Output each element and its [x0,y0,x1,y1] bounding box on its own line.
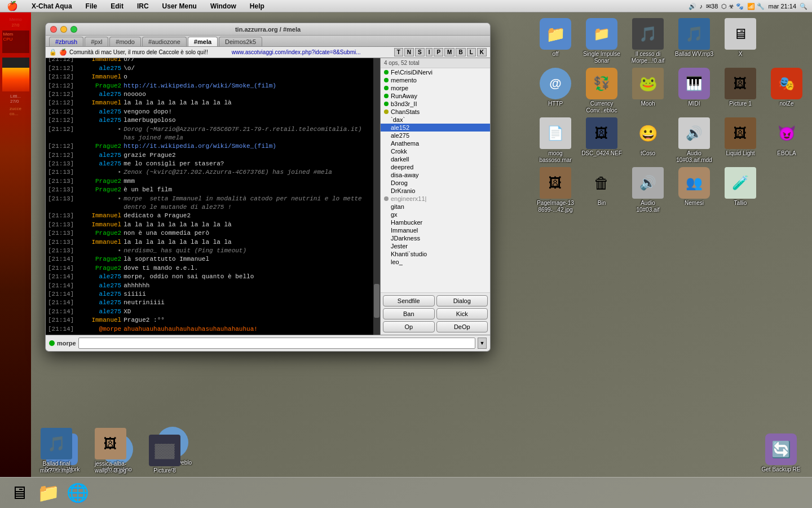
nick-list-item[interactable]: darkell [381,155,490,163]
chat-time: [21:13] [48,168,74,177]
input-dropdown-button[interactable]: ▼ [478,338,487,349]
menu-xchat[interactable]: X-Chat Aqua [29,2,74,10]
desktop-icon-http[interactable]: @ HTTP [533,67,578,115]
desktop-icon-ballad-final[interactable]: 🎵 Ballad finalmix?-...r.mp3 [34,427,79,475]
nick-list-item[interactable]: Crokk [381,147,490,155]
desktop-icon-off[interactable]: 📁 off [533,17,578,65]
menu-edit[interactable]: Edit [108,2,126,10]
menu-window[interactable]: Window [208,2,239,10]
nick-list-item[interactable]: memento [381,76,490,84]
desktop-icon-jessica[interactable]: 🖼 jessica-alba-wallp...-3.jpg [88,427,133,475]
maximize-button[interactable] [70,26,77,33]
btn-I[interactable]: I [426,48,433,56]
ban-button[interactable]: Ban [383,308,435,319]
tab-audiozone[interactable]: #audiozone [142,37,187,46]
desktop-icon-pageimage[interactable]: 🖼 PageImage-138699-...42.jpg [533,166,578,214]
desktop-icon-picture8[interactable]: ▓▓ Picture 8 [142,433,187,475]
nick-list-item[interactable]: b3nd3r_II [381,100,490,108]
btn-B[interactable]: B [456,48,465,56]
scroll-thumb[interactable] [374,284,379,318]
desktop-icon-dsc0424[interactable]: 🖼 DSC_0424.NEF [579,116,624,165]
desktop-icon-ebola[interactable]: 😈 EBOLA [764,116,809,165]
menubar-search-icon[interactable]: 🔍 [800,3,807,10]
deop-button[interactable]: DeOp [436,321,488,332]
desktop-icon-get-backup[interactable]: 🔄 Get Backup RE [758,432,804,474]
btn-K[interactable]: K [477,48,487,56]
desktop-icon-X[interactable]: 🖥 X [718,17,763,65]
dialog-button[interactable]: Dialog [436,295,488,306]
desktop-icon-moog-bassoso[interactable]: 📄 moogbassoso.mar [533,116,578,165]
sendfile-button[interactable]: Sendfile [383,295,435,306]
tab-deimos[interactable]: Deimos2k5 [219,37,262,46]
nick-list-item[interactable]: ale152 [381,124,490,132]
dock-item-1[interactable]: 🖥 [6,479,33,506]
desktop-icon-tallio[interactable]: 🧪 Tallio [718,166,763,214]
desktop-icon-nemesi[interactable]: 👥 Nemesi [672,166,717,214]
desktop-icon-mooh[interactable]: 🐸 Mooh [625,67,670,115]
chat-message: è un bel film [123,186,371,194]
desktop-icon-tcoso[interactable]: 😀 tCoso [625,116,670,165]
btn-M[interactable]: M [444,48,454,56]
op-button[interactable]: Op [383,321,435,332]
nick-list-item[interactable]: deepred [381,163,490,171]
nick-list-item[interactable]: Dorog [381,179,490,187]
minimize-button[interactable] [60,26,67,33]
btn-S[interactable]: S [415,48,425,56]
nick-list-item[interactable]: gx [381,211,490,218]
nick-list-item[interactable]: Hambucker [381,218,490,226]
menu-file[interactable]: File [83,2,100,10]
menu-irc[interactable]: IRC [135,2,151,10]
btn-P[interactable]: P [434,48,443,56]
nick-list-item[interactable]: gitan [381,203,490,211]
tab-zbrush[interactable]: #zbrush [49,37,83,46]
nick-list-item[interactable]: Immanuel [381,226,490,234]
desktop-icon-picture1[interactable]: 🖼 Picture 1 [718,67,763,115]
menu-help[interactable]: Help [248,2,267,10]
desktop-icon-midi[interactable]: 🎹 MIDI [672,67,717,115]
menu-usermenu[interactable]: User Menu [160,2,199,10]
apple-menu[interactable]: 🍎 [5,1,20,11]
desktop-icon-audio1003aif[interactable]: 🔊 Audio10#03.aif [625,166,670,214]
chat-nick: Prague2 [76,186,121,194]
nick-list-item[interactable]: DrKranio [381,187,490,195]
chat-area[interactable]: [21:12]ale275o/[21:12]Immanuelo//[21:12]… [46,58,373,335]
nick-status-dot [384,149,389,154]
desktop-icon-cesso[interactable]: 🎵 Il cesso diMorpe...!0.aif [625,17,670,65]
desktop-icon-audio1003mdd[interactable]: 🔊 Audio10#03.aif.mdd [672,116,717,165]
chat-scrollbar[interactable] [373,58,380,335]
kick-button[interactable]: Kick [436,308,488,319]
nick-list-item[interactable]: Khanti`studio [381,250,490,258]
tab-pxl[interactable]: #pxl [85,37,108,46]
tab-mela[interactable]: #mela [188,37,218,46]
nick-list-item[interactable]: Jester [381,242,490,250]
chat-nick: Immanuel [76,212,121,220]
nick-list-item[interactable]: Fe\CrisiDiNervi [381,68,490,76]
chat-message: non è una commedia però [123,229,371,238]
desktop-icon-noize[interactable]: 🎭 noiZe [764,67,809,115]
nick-list-item[interactable]: Anathema [381,139,490,147]
desktop-icon-currency[interactable]: 💱 CurrencyConv...ebloc [579,67,624,115]
desktop-icon-ballad-wv[interactable]: 🎵 Ballad WV.mp3 [672,17,717,65]
close-button[interactable] [50,26,57,33]
nick-list-item[interactable]: RunAway [381,92,490,100]
desktop-icon-single-impulse[interactable]: 📁 Single ImpulseSonar [579,17,624,65]
dock-item-3[interactable]: 🌐 [64,479,91,506]
nick-list-item[interactable]: disa-away [381,171,490,179]
desktop-icon-liquid-light[interactable]: 🖼 Liquid Light [718,116,763,165]
nick-list-item[interactable]: engineerx11| [381,195,490,203]
nick-list-item[interactable]: `dax` [381,116,490,124]
nick-list-item[interactable]: morpe [381,84,490,92]
nick-list-item[interactable]: leo_ [381,258,490,266]
nick-list-item[interactable]: ale275 [381,132,490,139]
btn-L[interactable]: L [467,48,476,56]
chat-nick: ale275 [76,308,121,316]
nick-list[interactable]: Fe\CrisiDiNervimementomorpeRunAwayb3nd3r… [381,68,490,292]
btn-T[interactable]: T [394,48,403,56]
tab-modo[interactable]: #modo [109,37,141,46]
dock-item-2[interactable]: 📁 [35,479,62,506]
desktop-icon-bin[interactable]: 🗑 Bin [579,166,624,214]
btn-N[interactable]: N [404,48,414,56]
nick-list-item[interactable]: JDarkness [381,234,490,242]
chat-input[interactable] [78,338,475,349]
nick-list-item[interactable]: ChanStats [381,108,490,116]
